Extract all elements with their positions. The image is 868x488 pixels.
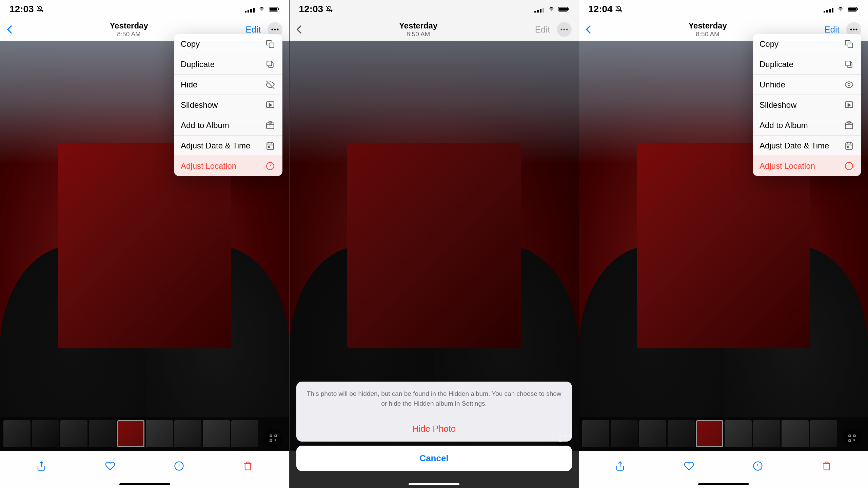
nav-subtitle-mid: 8:50 AM — [399, 30, 437, 38]
svg-point-41 — [566, 29, 568, 30]
svg-rect-3 — [278, 8, 279, 10]
svg-marker-13 — [269, 103, 272, 106]
info-button-right[interactable] — [749, 458, 766, 474]
album-icon-right — [844, 120, 854, 131]
action-sheet: This photo will be hidden, but can be fo… — [296, 382, 572, 488]
menu-item-adjust-location[interactable]: Adjust Location — [174, 156, 282, 176]
svg-rect-10 — [267, 61, 272, 66]
svg-rect-4 — [270, 8, 277, 11]
menu-item-adjust-location-label: Adjust Location — [181, 161, 236, 171]
share-button[interactable] — [33, 458, 50, 474]
svg-rect-62 — [845, 123, 853, 128]
wifi-icon-right — [837, 6, 844, 12]
menu-item-adjust-date[interactable]: Adjust Date & Time — [174, 136, 282, 156]
svg-point-54 — [853, 29, 854, 30]
edit-button[interactable]: Edit — [245, 24, 261, 35]
svg-rect-15 — [269, 122, 272, 123]
menu-item-duplicate-label: Duplicate — [181, 60, 215, 69]
back-button[interactable] — [7, 25, 12, 34]
battery-icon-right — [848, 6, 859, 12]
action-sheet-message: This photo will be hidden, but can be fo… — [296, 382, 572, 416]
signal-bars-right — [824, 6, 833, 13]
copy-icon-right — [844, 39, 854, 49]
edit-button-mid[interactable]: Edit — [535, 24, 550, 35]
menu-item-duplicate[interactable]: Duplicate — [174, 54, 282, 75]
menu-item-adjust-date-label-right: Adjust Date & Time — [760, 141, 829, 150]
nav-center: Yesterday 8:50 AM — [110, 21, 148, 38]
menu-item-unhide-right[interactable]: Unhide — [753, 75, 861, 95]
time-label-right: 12:04 — [588, 4, 613, 15]
share-button-right[interactable] — [612, 458, 629, 474]
heart-button-right[interactable] — [680, 458, 697, 474]
svg-rect-63 — [848, 122, 851, 123]
menu-item-adjust-date-right[interactable]: Adjust Date & Time — [753, 136, 861, 156]
svg-point-35 — [551, 11, 552, 11]
svg-rect-56 — [848, 43, 853, 47]
battery-icon — [269, 6, 280, 12]
svg-point-53 — [850, 29, 852, 30]
edit-button-right[interactable]: Edit — [824, 24, 840, 35]
hide-photo-button[interactable]: Hide Photo — [296, 416, 572, 442]
menu-item-slideshow-label: Slideshow — [181, 100, 218, 110]
heart-button[interactable] — [102, 458, 119, 474]
menu-item-hide-label: Hide — [181, 80, 197, 89]
signal-bars-mid — [534, 6, 544, 13]
svg-point-59 — [848, 83, 850, 86]
info-circle-icon-right — [844, 161, 854, 171]
delete-button-right[interactable] — [818, 458, 835, 474]
hide-photo-label: Hide Photo — [412, 424, 456, 434]
svg-line-34 — [326, 6, 332, 12]
nav-center-right: Yesterday 8:50 AM — [688, 21, 727, 38]
menu-item-copy-label: Copy — [181, 39, 200, 49]
svg-point-55 — [855, 29, 857, 30]
home-indicator-right — [698, 483, 749, 485]
cancel-button[interactable]: Cancel — [296, 446, 572, 471]
menu-item-copy-label-right: Copy — [760, 39, 778, 49]
bell-icon — [37, 6, 43, 13]
menu-item-unhide-label-right: Unhide — [760, 80, 785, 89]
menu-item-slideshow[interactable]: Slideshow — [174, 95, 282, 115]
delete-button[interactable] — [239, 458, 256, 474]
menu-item-duplicate-label-right: Duplicate — [760, 60, 793, 69]
menu-item-slideshow-right[interactable]: Slideshow — [753, 95, 861, 115]
right-panel: 12:04 Yesterday 8:50 AM — [579, 0, 868, 488]
menu-item-copy[interactable]: Copy — [174, 34, 282, 54]
more-button-mid[interactable] — [557, 22, 572, 37]
duplicate-icon — [265, 59, 276, 70]
svg-rect-51 — [857, 8, 858, 10]
bottom-toolbar-right — [579, 451, 868, 488]
back-button-right[interactable] — [586, 25, 591, 34]
svg-marker-61 — [848, 103, 851, 106]
info-circle-icon — [265, 161, 276, 171]
status-time-right: 12:04 — [588, 4, 622, 15]
calendar-icon — [265, 140, 276, 151]
time-label: 12:03 — [9, 4, 34, 15]
menu-item-adjust-location-label-right: Adjust Location — [760, 161, 815, 171]
back-button-mid[interactable] — [296, 25, 302, 34]
action-sheet-content: This photo will be hidden, but can be fo… — [296, 382, 572, 442]
menu-item-hide[interactable]: Hide — [174, 75, 282, 95]
menu-item-add-album-right[interactable]: Add to Album — [753, 115, 861, 136]
menu-item-duplicate-right[interactable]: Duplicate — [753, 54, 861, 75]
status-bar: 12:03 — [0, 0, 289, 18]
calendar-icon-right — [844, 140, 854, 151]
svg-rect-16 — [267, 143, 274, 149]
nav-subtitle: 8:50 AM — [110, 30, 148, 38]
status-bar-right: 12:04 — [579, 0, 868, 18]
info-button[interactable] — [171, 458, 188, 474]
nav-subtitle-right: 8:50 AM — [688, 30, 727, 38]
menu-item-adjust-location-right[interactable]: Adjust Location — [753, 156, 861, 176]
svg-point-39 — [561, 29, 563, 30]
menu-item-copy-right[interactable]: Copy — [753, 34, 861, 54]
svg-point-7 — [277, 29, 278, 30]
menu-item-add-album[interactable]: Add to Album — [174, 115, 282, 136]
menu-item-add-album-label: Add to Album — [181, 121, 229, 130]
nav-title-mid: Yesterday — [399, 21, 437, 30]
home-indicator-mid — [409, 483, 459, 485]
context-menu: Copy Duplicate Hide Slideshow — [174, 34, 282, 176]
status-icons-right — [824, 6, 859, 13]
copy-icon — [265, 39, 276, 49]
wifi-icon-mid — [548, 6, 555, 12]
middle-panel: 12:03 Yesterday 8:50 AM — [290, 0, 579, 488]
wifi-icon — [258, 6, 265, 12]
